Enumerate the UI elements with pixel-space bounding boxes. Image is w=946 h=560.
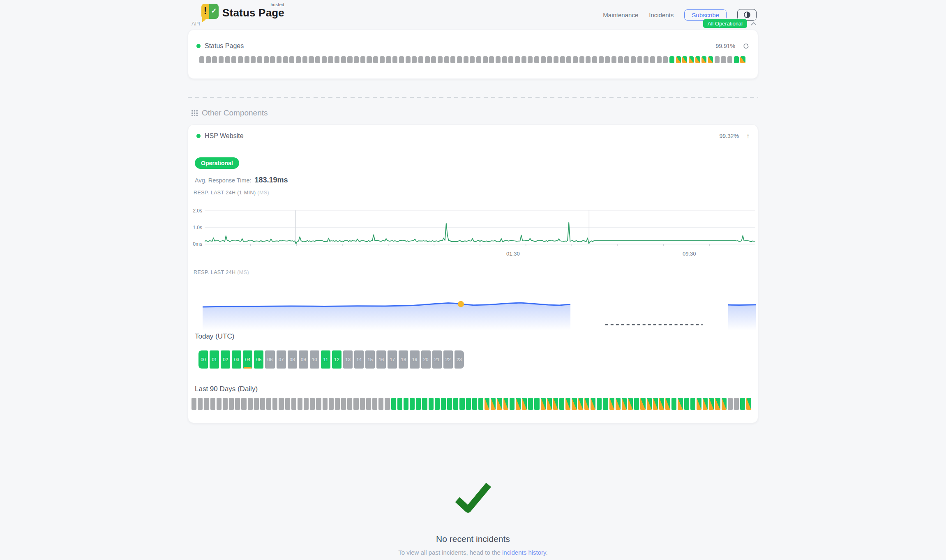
- uptime-bar: [422, 398, 427, 410]
- uptime-bar: [597, 398, 602, 410]
- nav-incidents[interactable]: Incidents: [649, 12, 674, 18]
- uptime-bar: [418, 56, 423, 63]
- uptime-bar: [347, 56, 352, 63]
- uptime-bar: [510, 398, 515, 410]
- hour-block: 05: [254, 350, 263, 369]
- uptime-bar: [272, 398, 277, 410]
- uptime-bar: [192, 398, 196, 410]
- theme-toggle-button[interactable]: [737, 9, 757, 21]
- uptime-bar: [708, 56, 713, 63]
- uptime-bar: [624, 56, 629, 63]
- uptime-bar: [690, 398, 695, 410]
- uptime-bar: [450, 56, 455, 63]
- uptime-bar: [678, 398, 683, 410]
- logo-bubble-icon: ! ✓: [201, 4, 219, 19]
- uptime-bar: [341, 398, 346, 410]
- uptime-bar: [204, 398, 209, 410]
- uptime-bar: [591, 398, 595, 410]
- uptime-bar: [266, 398, 271, 410]
- uptime-bar: [483, 56, 488, 63]
- uptime-bar: [553, 398, 558, 410]
- uptime-bar: [684, 398, 689, 410]
- uptime-bar: [689, 56, 694, 63]
- uptime-bar: [245, 56, 249, 63]
- uptime-bar: [459, 398, 464, 410]
- nav-maintenance[interactable]: Maintenance: [603, 12, 638, 18]
- uptime-bar: [559, 398, 564, 410]
- uptime-bar: [283, 56, 288, 63]
- hour-block: 09: [299, 350, 308, 369]
- uptime-bar: [470, 56, 475, 63]
- uptime-bar: [740, 56, 745, 63]
- hour-block: 08: [288, 350, 297, 369]
- incidents-history-link[interactable]: incidents history: [502, 549, 546, 556]
- uptime-bar: [341, 56, 346, 63]
- uptime-bar: [722, 398, 727, 410]
- uptime-bar: [476, 56, 481, 63]
- uptime-bar: [727, 56, 732, 63]
- hour-block: 10: [310, 350, 319, 369]
- uptime-bar: [644, 56, 648, 63]
- uptime-bar: [534, 56, 539, 63]
- uptime-bar: [457, 56, 462, 63]
- uptime-bar: [444, 56, 449, 63]
- uptime-bar: [353, 398, 358, 410]
- uptime-bar: [653, 398, 658, 410]
- uptime-bar: [502, 56, 507, 63]
- uptime-bar: [378, 398, 383, 410]
- uptime-bar: [665, 398, 670, 410]
- logo-tag: hosted: [270, 2, 284, 7]
- refresh-icon[interactable]: [743, 43, 750, 50]
- uptime-bar: [605, 56, 610, 63]
- uptime-bar: [367, 56, 371, 63]
- chevron-up-icon[interactable]: [751, 22, 757, 25]
- uptime-bar: [528, 398, 533, 410]
- uptime-bar: [697, 398, 701, 410]
- uptime-bar: [366, 398, 371, 410]
- uptime-bar: [277, 56, 281, 63]
- component-name: Status Pages: [205, 42, 244, 50]
- uptime-bar: [547, 398, 552, 410]
- uptime-history-strip[interactable]: [199, 56, 745, 63]
- response-area-svg: [203, 288, 756, 332]
- uptime-bar: [335, 56, 339, 63]
- group-header[interactable]: API All Operational: [192, 19, 757, 28]
- uptime-bar: [270, 56, 275, 63]
- last90-strip[interactable]: [192, 398, 752, 410]
- uptime-bar: [416, 398, 421, 410]
- uptime-bar: [431, 56, 436, 63]
- uptime-bar: [198, 398, 203, 410]
- uptime-bar: [628, 398, 633, 410]
- uptime-bar: [322, 56, 327, 63]
- hour-block: 11: [321, 350, 330, 369]
- uptime-bar: [634, 398, 639, 410]
- uptime-bar: [541, 398, 546, 410]
- uptime-bar: [291, 398, 296, 410]
- no-incidents-check: [188, 482, 758, 513]
- uptime-bar: [372, 398, 377, 410]
- response-minute-chart[interactable]: 01:3009:30 2.0s1.0s0ms: [188, 205, 758, 260]
- uptime-bar: [485, 398, 489, 410]
- today-hours-strip[interactable]: 0001020304050607080910111213141516171819…: [198, 350, 464, 369]
- uptime-bar: [547, 56, 552, 63]
- hour-block: 12: [332, 350, 341, 369]
- uptime-bar: [406, 56, 411, 63]
- uptime-bar: [199, 56, 204, 63]
- uptime-bar: [231, 56, 236, 63]
- hour-block: 19: [410, 350, 419, 369]
- big-check-icon: [453, 482, 493, 513]
- hour-block: 16: [376, 350, 386, 369]
- uptime-bar: [703, 398, 708, 410]
- uptime-bar: [622, 398, 627, 410]
- uptime-bar: [657, 56, 662, 63]
- hour-block: 20: [421, 350, 431, 369]
- uptime-bar: [573, 56, 578, 63]
- hour-block: 18: [399, 350, 408, 369]
- uptime-bar: [663, 56, 668, 63]
- api-component-card: Status Pages 99.91%: [188, 30, 758, 79]
- no-incidents-subtext: To view all past incidents, head to the …: [188, 549, 758, 556]
- subscribe-button[interactable]: Subscribe: [684, 9, 727, 21]
- hour-block: 21: [432, 350, 442, 369]
- response-day-chart[interactable]: [203, 288, 756, 332]
- uptime-bar: [497, 398, 502, 410]
